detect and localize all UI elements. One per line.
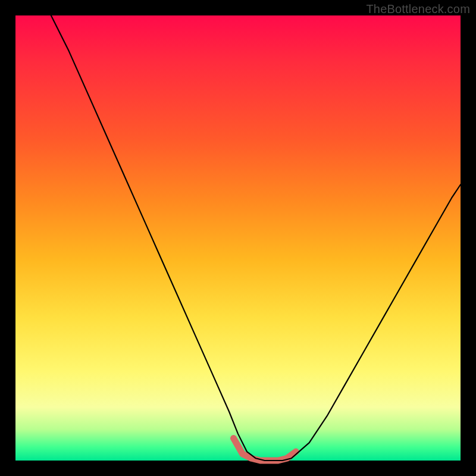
- main-curve-series: [51, 15, 461, 461]
- chart-svg: [15, 15, 461, 461]
- plot-area: [15, 15, 461, 461]
- bottom-highlight-series: [234, 439, 296, 461]
- watermark-text: TheBottleneck.com: [366, 2, 470, 16]
- chart-frame: TheBottleneck.com: [0, 0, 476, 476]
